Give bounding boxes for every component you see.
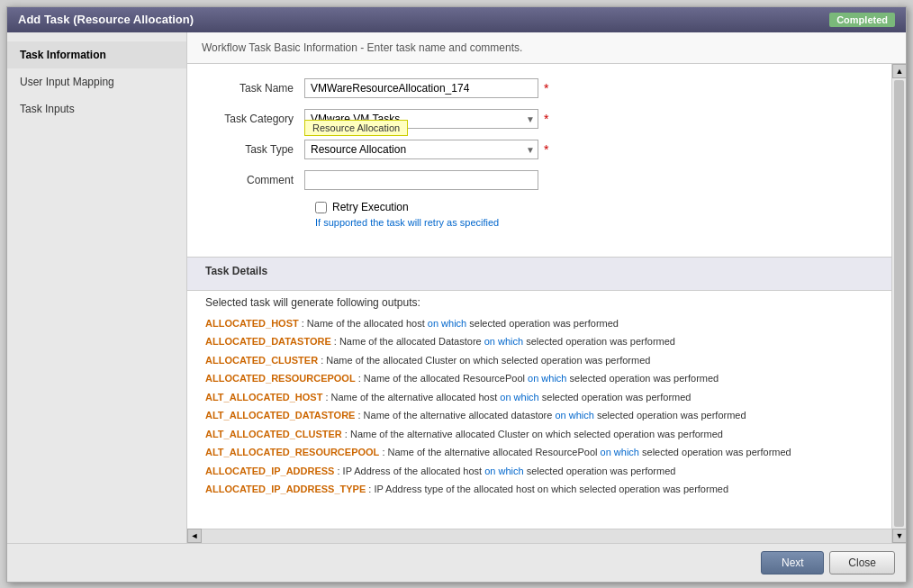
sidebar-item-user-input-mapping[interactable]: User Input Mapping	[7, 68, 186, 95]
sidebar-item-task-inputs[interactable]: Task Inputs	[7, 95, 186, 122]
retry-note: If supported the task will retry as spec…	[315, 217, 888, 228]
main-content: Workflow Task Basic Information - Enter …	[187, 32, 906, 543]
output-item-6: ALT_ALLOCATED_DATASTORE : Name of the al…	[205, 408, 888, 423]
task-type-select[interactable]: Resource Allocation	[304, 140, 538, 159]
sidebar: Task Information User Input Mapping Task…	[7, 32, 187, 543]
comment-label: Comment	[205, 174, 304, 186]
output-item-9: ALLOCATED_IP_ADDRESS : IP Address of the…	[205, 464, 888, 479]
task-details-intro: Selected task will generate following ou…	[205, 296, 888, 309]
output-item-8: ALT_ALLOCATED_RESOURCEPOOL : Name of the…	[205, 445, 888, 460]
scroll-up-btn[interactable]: ▲	[892, 64, 906, 78]
task-name-required: *	[544, 81, 548, 95]
vertical-scrollbar[interactable]: ▲ ▼	[891, 64, 906, 529]
content-scroll-area[interactable]: Task Name * Task Category VMware VM Task…	[187, 64, 906, 529]
task-name-row: Task Name *	[205, 78, 888, 98]
retry-label: Retry Execution	[332, 201, 409, 213]
task-type-row: Task Type Resource Allocation ▼ Resource…	[205, 140, 888, 159]
comment-input[interactable]	[304, 170, 538, 190]
task-type-select-wrapper: Resource Allocation ▼	[304, 140, 538, 159]
output-item-1: ALLOCATED_HOST : Name of the allocated h…	[205, 316, 888, 331]
dialog-footer: Next Close	[7, 543, 906, 582]
main-inner: Task Name * Task Category VMware VM Task…	[187, 64, 906, 543]
header-description: Workflow Task Basic Information - Enter …	[202, 41, 522, 54]
horizontal-scrollbar[interactable]: ◄ ►	[187, 529, 906, 543]
retry-row: Retry Execution	[315, 201, 888, 213]
task-details-title: Task Details	[205, 265, 888, 277]
content-and-scroll: Task Name * Task Category VMware VM Task…	[187, 64, 906, 529]
scroll-thumb[interactable]	[894, 80, 904, 527]
task-type-required: *	[544, 142, 548, 157]
completed-badge: Completed	[829, 13, 895, 27]
output-item-5: ALT_ALLOCATED_HOST : Name of the alterna…	[205, 390, 888, 405]
task-name-label: Task Name	[205, 82, 304, 95]
task-name-input[interactable]	[304, 78, 538, 98]
task-details-body: Selected task will generate following ou…	[187, 291, 906, 506]
output-item-7: ALT_ALLOCATED_CLUSTER : Name of the alte…	[205, 427, 888, 442]
dialog-titlebar: Add Task (Resource Allocation) Completed	[7, 7, 906, 32]
retry-checkbox[interactable]	[315, 202, 327, 213]
form-section: Task Name * Task Category VMware VM Task…	[187, 64, 906, 257]
task-type-tooltip: Resource Allocation	[304, 120, 408, 136]
scroll-left-btn[interactable]: ◄	[187, 529, 202, 543]
comment-row: Comment	[205, 170, 888, 190]
dialog-body: Task Information User Input Mapping Task…	[7, 32, 906, 543]
close-button[interactable]: Close	[829, 551, 895, 574]
dialog-title: Add Task (Resource Allocation)	[18, 13, 194, 26]
output-item-3: ALLOCATED_CLUSTER : Name of the allocate…	[205, 353, 888, 368]
next-button[interactable]: Next	[761, 551, 824, 574]
task-category-label: Task Category	[205, 113, 304, 125]
add-task-dialog: Add Task (Resource Allocation) Completed…	[6, 6, 907, 583]
h-scroll-track	[202, 529, 891, 543]
output-item-2: ALLOCATED_DATASTORE : Name of the alloca…	[205, 334, 888, 349]
main-header: Workflow Task Basic Information - Enter …	[187, 32, 906, 64]
task-category-required: *	[544, 112, 548, 126]
task-details-header: Task Details	[187, 257, 906, 291]
task-type-label: Task Type	[205, 143, 304, 156]
sidebar-item-task-information[interactable]: Task Information	[7, 41, 186, 68]
output-item-4: ALLOCATED_RESOURCEPOOL : Name of the all…	[205, 371, 888, 386]
output-item-10: ALLOCATED_IP_ADDRESS_TYPE : IP Address t…	[205, 482, 888, 497]
